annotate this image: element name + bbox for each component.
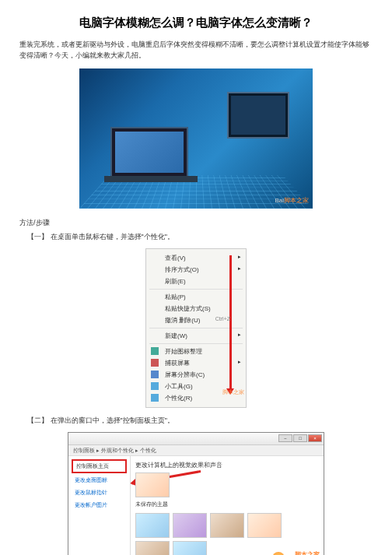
maximize-icon: □	[293, 434, 307, 442]
theme-thumb	[210, 513, 244, 538]
ctx-item-paste-shortcut: 粘贴快捷方式(S)	[146, 303, 246, 314]
step-2: 【二】 在弹出的窗口中，选择"控制面板主页"。	[19, 416, 373, 426]
theme-thumb	[135, 541, 170, 555]
theme-label: 未保存的主题	[135, 501, 319, 508]
ctx-item-new: 新建(W)	[146, 330, 246, 342]
article-title: 电脑字体模糊怎么调？电脑字体怎么变清晰？	[19, 16, 373, 30]
main-title: 更改计算机上的视觉效果和声音	[135, 461, 319, 469]
ctx-item-resolution: 屏幕分辨率(C)	[146, 369, 246, 381]
ctx-item-refresh: 刷新(E)	[146, 276, 246, 287]
monitor-icon	[151, 371, 159, 378]
minimize-icon: −	[278, 434, 292, 442]
theme-thumb	[135, 472, 170, 497]
ctx-watermark: 脚本之家	[222, 388, 244, 396]
personalize-icon	[151, 394, 159, 402]
sidebar-item-control-panel-home: 控制面板主页	[72, 459, 127, 473]
arrange-icon	[151, 347, 159, 355]
section-title: 方法/步骤	[19, 218, 373, 228]
context-menu-image: 查看(V) 排序方式(O) 刷新(E) 粘贴(P) 粘贴快捷方式(S) 撤消 删…	[145, 248, 247, 408]
theme-thumb	[173, 541, 207, 555]
window-breadcrumb: 控制面板 ▸ 外观和个性化 ▸ 个性化	[68, 445, 324, 456]
ctx-item-sort: 排序方式(O)	[146, 264, 246, 276]
step-1: 【一】 在桌面单击鼠标右键，并选择"个性化"。	[19, 232, 373, 242]
theme-thumb	[247, 513, 282, 538]
article-intro: 重装完系统，或者更新驱动与外设，电脑重启后字体突然变得模糊不清晰，要怎么调整计算…	[19, 40, 373, 61]
window-main: 更改计算机上的视觉效果和声音 未保存的主题 脚本之家 JB51.Net	[131, 456, 324, 555]
control-panel-window-image: − □ × 控制面板 ▸ 外观和个性化 ▸ 个性化 控制面板主页 更改桌面图标 …	[68, 432, 324, 555]
ctx-item-arrange: 开始图标整理	[146, 346, 246, 357]
hero-watermark: Bai脚本之家	[275, 196, 309, 205]
window-sidebar: 控制面板主页 更改桌面图标 更改鼠标指针 更改帐户图片	[68, 456, 131, 555]
ctx-item-capture: 捕获屏幕	[146, 357, 246, 369]
window-titlebar: − □ ×	[68, 433, 324, 445]
capture-icon	[151, 359, 159, 367]
ctx-item-paste: 粘贴(P)	[146, 291, 246, 303]
hero-image: Bai脚本之家	[79, 68, 313, 209]
sidebar-item-account-pic: 更改帐户图片	[72, 500, 127, 511]
sidebar-item-mouse-pointer: 更改鼠标指针	[72, 487, 127, 498]
close-icon: ×	[308, 434, 322, 442]
ctx-item-undo: 撤消 删除(U)Ctrl+Z	[146, 314, 246, 326]
theme-thumb	[173, 513, 207, 538]
sidebar-item-desktop-icons: 更改桌面图标	[72, 475, 127, 486]
theme-thumb	[135, 513, 170, 538]
window-watermark: 脚本之家 JB51.Net	[295, 550, 320, 555]
gadget-icon	[151, 382, 159, 390]
ctx-item-view: 查看(V)	[146, 252, 246, 264]
